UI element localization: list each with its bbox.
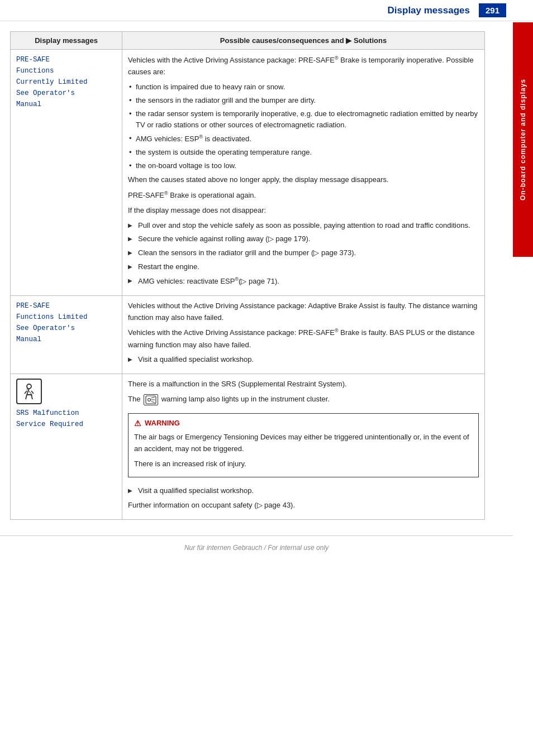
message-cell-2: PRE-SAFEFunctions LimitedSee Operator'sM…: [11, 295, 122, 374]
warning-extra: There is an increased risk of injury.: [134, 458, 473, 470]
main-content: Display messages Possible causes/consequ…: [0, 21, 513, 530]
table-row: PRE-SAFEFunctions LimitedSee Operator'sM…: [11, 295, 485, 374]
paragraph: If the display message does not disappea…: [128, 205, 479, 217]
info-cell-2: Vehicles without the Active Driving Assi…: [122, 295, 485, 374]
final-text: Further information on occupant safety (…: [128, 500, 479, 511]
svg-line-1: [26, 395, 27, 399]
page-header: Display messages 291: [0, 0, 533, 21]
info-cell-1: Vehicles with the Active Driving Assista…: [122, 50, 485, 296]
message-text-1: PRE-SAFEFunctionsCurrently LimitedSee Op…: [16, 54, 116, 110]
list-item: Visit a qualified specialist workshop.: [128, 485, 479, 497]
paragraph: There is a malfunction in the SRS (Suppl…: [128, 379, 479, 390]
warning-lamp-icon: [144, 394, 158, 405]
arrow-list-3: Visit a qualified specialist workshop.: [128, 485, 479, 497]
list-item: Clean the sensors in the radiator grill …: [128, 247, 479, 259]
paragraph: When the causes stated above no longer a…: [128, 174, 479, 186]
list-item: Visit a qualified specialist workshop.: [128, 354, 479, 366]
col-header-info: Possible causes/consequences and ▶ Solut…: [122, 32, 485, 50]
page-number: 291: [479, 3, 506, 17]
svg-line-10: [151, 401, 155, 403]
info-content-2: Vehicles without the Active Driving Assi…: [128, 300, 479, 366]
list-item: AMG vehicles: ESP® is deactivated.: [128, 133, 479, 145]
chapter-tab: On-board computer and displays: [513, 22, 533, 257]
list-item: function is impaired due to heavy rain o…: [128, 82, 479, 93]
arrow-list-1: Pull over and stop the vehicle safely as…: [128, 220, 479, 288]
bullet-list-1: function is impaired due to heavy rain o…: [128, 82, 479, 172]
warning-triangle-icon: ⚠: [134, 417, 141, 429]
message-cell-1: PRE-SAFEFunctionsCurrently LimitedSee Op…: [11, 50, 122, 296]
footer: Nur für internen Gebrauch / For internal…: [0, 535, 513, 556]
message-text-2: PRE-SAFEFunctions LimitedSee Operator'sM…: [16, 300, 116, 345]
display-messages-table: Display messages Possible causes/consequ…: [10, 31, 485, 520]
paragraph: Vehicles with the Active Driving Assista…: [128, 327, 479, 351]
chapter-tab-label: On-board computer and displays: [519, 79, 527, 200]
list-item: AMG vehicles: reactivate ESP®(▷ page 71)…: [128, 275, 479, 288]
list-item: Restart the engine.: [128, 261, 479, 273]
srs-warning-icon: [16, 379, 42, 404]
intro-text-1: Vehicles with the Active Driving Assista…: [128, 54, 479, 78]
lamp-svg: [145, 395, 156, 404]
header-title: Display messages: [388, 5, 470, 16]
warning-text: The air bags or Emergency Tensioning Dev…: [134, 432, 473, 455]
svg-point-0: [27, 384, 31, 389]
info-cell-3: There is a malfunction in the SRS (Suppl…: [122, 374, 485, 520]
info-content-1: Vehicles with the Active Driving Assista…: [128, 54, 479, 288]
footer-text: Nur für internen Gebrauch / For internal…: [184, 544, 329, 552]
info-content-3: There is a malfunction in the SRS (Suppl…: [128, 379, 479, 511]
col-header-message: Display messages: [11, 32, 122, 50]
list-item: Secure the vehicle against rolling away …: [128, 233, 479, 245]
srs-icon-cell: SRS MalfunctionService Required: [16, 379, 116, 430]
srs-svg-icon: [19, 381, 39, 401]
list-item: the on-board voltage is too low.: [128, 160, 479, 172]
table-row: SRS MalfunctionService Required There is…: [11, 374, 485, 520]
table-row: PRE-SAFEFunctionsCurrently LimitedSee Op…: [11, 50, 485, 296]
warning-title: ⚠ WARNING: [134, 417, 473, 429]
message-cell-3: SRS MalfunctionService Required: [11, 374, 122, 520]
list-item: the sensors in the radiator grill and th…: [128, 95, 479, 107]
arrow-list-2: Visit a qualified specialist workshop.: [128, 354, 479, 366]
paragraph: PRE-SAFE® Brake is operational again.: [128, 189, 479, 202]
svg-line-3: [25, 391, 27, 394]
message-text-3: SRS MalfunctionService Required: [16, 408, 83, 430]
paragraph: The warning lamp also lights up in the i…: [128, 394, 479, 405]
svg-point-7: [148, 398, 151, 401]
svg-line-4: [31, 391, 34, 394]
warning-box: ⚠ WARNING The air bags or Emergency Tens…: [128, 413, 479, 477]
list-item: the system is outside the operating temp…: [128, 147, 479, 159]
paragraph: Vehicles without the Active Driving Assi…: [128, 300, 479, 324]
list-item: the radar sensor system is temporarily i…: [128, 108, 479, 132]
list-item: Pull over and stop the vehicle safely as…: [128, 220, 479, 232]
svg-line-8: [151, 397, 155, 398]
